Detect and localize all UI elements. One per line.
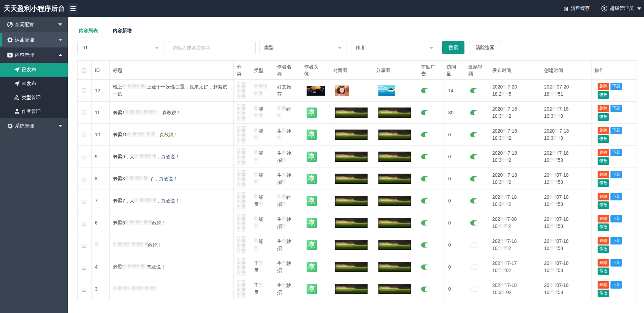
sidebar-item-content-management[interactable]: 内容管理 xyxy=(0,47,68,63)
row-checkbox[interactable] xyxy=(82,287,86,292)
author-select[interactable]: 作者 xyxy=(351,41,438,54)
delete-button[interactable]: 删除 xyxy=(598,215,609,222)
cell-id: 12 xyxy=(92,80,110,102)
reward-video-toggle-on[interactable] xyxy=(470,154,478,159)
cell-type: 能 xyxy=(251,212,274,234)
pre-ad-toggle-on[interactable] xyxy=(421,265,429,270)
delete-button[interactable]: 删除 xyxy=(598,171,609,178)
unpublish-button[interactable]: 下架 xyxy=(610,105,622,112)
sidebar-item-unpublished[interactable]: 未发布 xyxy=(0,77,68,91)
keyword-input[interactable] xyxy=(168,41,255,54)
admin-menu[interactable]: 超级管理员 xyxy=(601,5,641,12)
cover-woman-image xyxy=(335,85,349,96)
delete-button[interactable]: 删除 xyxy=(598,83,609,90)
reward-video-toggle-on[interactable] xyxy=(470,132,478,137)
cubes-icon xyxy=(14,95,20,100)
row-checkbox[interactable] xyxy=(82,133,86,137)
sidebar-item-published[interactable]: 已发布 xyxy=(0,63,68,77)
unpublish-button[interactable]: 下架 xyxy=(610,149,622,156)
tab-content-list[interactable]: 内容列表 xyxy=(72,25,105,38)
pre-ad-toggle-on[interactable] xyxy=(421,220,429,226)
row-checkbox[interactable] xyxy=(82,111,86,115)
row-checkbox[interactable] xyxy=(82,155,86,159)
reward-video-toggle-on[interactable] xyxy=(470,110,478,115)
cell-pre-ad xyxy=(418,168,443,190)
unpublish-button[interactable]: 下架 xyxy=(610,281,622,289)
censored-blur xyxy=(499,246,508,250)
sidebar-item-author-management[interactable]: 作者管理 xyxy=(0,104,68,118)
type-select[interactable]: 类型 xyxy=(259,41,347,54)
edit-button[interactable]: 修改 xyxy=(598,91,609,99)
reward-video-toggle-on[interactable] xyxy=(470,88,478,93)
sidebar-toggle-button[interactable] xyxy=(68,3,78,14)
cell-author-avatar xyxy=(301,278,330,300)
edit-button[interactable]: 修改 xyxy=(598,113,609,121)
delete-button[interactable]: 删除 xyxy=(598,127,609,134)
edit-button[interactable]: 修改 xyxy=(598,246,609,253)
edit-button[interactable]: 修改 xyxy=(598,135,609,143)
pre-ad-toggle-on[interactable] xyxy=(421,132,429,137)
delete-button[interactable]: 删除 xyxy=(598,281,609,289)
pre-ad-toggle-on[interactable] xyxy=(421,198,429,203)
search-button[interactable]: 搜索 xyxy=(442,41,464,54)
sidebar-item-label: 内容管理 xyxy=(15,52,34,58)
reward-video-toggle-on[interactable] xyxy=(470,198,478,203)
delete-button[interactable]: 删除 xyxy=(598,237,609,244)
cell-category xyxy=(234,80,251,102)
unpublish-button[interactable]: 下架 xyxy=(610,259,622,267)
pre-ad-toggle-on[interactable] xyxy=(421,110,429,115)
cell-share-image xyxy=(373,124,418,146)
unpublish-button[interactable]: 下架 xyxy=(610,237,622,244)
row-checkbox[interactable] xyxy=(82,177,86,181)
unpublish-button[interactable]: 下架 xyxy=(610,193,622,200)
unpublish-button[interactable]: 下架 xyxy=(610,215,622,222)
reward-video-toggle-off[interactable] xyxy=(470,287,478,292)
pre-ad-toggle-on[interactable] xyxy=(421,176,429,181)
delete-button[interactable]: 删除 xyxy=(598,259,609,267)
chevron-down-icon xyxy=(429,47,433,49)
row-checkbox[interactable] xyxy=(82,199,86,203)
pre-ad-toggle-on[interactable] xyxy=(421,154,429,159)
cell-id: 11 xyxy=(92,102,110,124)
reward-video-toggle-off[interactable] xyxy=(470,242,478,248)
cell-actions: 删除下架修改 xyxy=(591,102,637,124)
delete-button[interactable]: 删除 xyxy=(598,149,609,156)
cell-actions: 删除下架修改 xyxy=(591,124,637,146)
content-table: ID标题分类类型作者名称作者头像封面图分享图前贴广告访问量激励视频发布时间创建时… xyxy=(77,60,637,300)
censored-blur xyxy=(549,283,557,287)
row-checkbox[interactable] xyxy=(82,243,86,248)
sidebar-item-type-management[interactable]: 类型管理 xyxy=(0,91,68,104)
row-checkbox[interactable] xyxy=(82,89,86,93)
cell-title: 晚上上放个一次性口罩，效果太好，赶紧试一试 xyxy=(110,80,234,102)
unpublish-button[interactable]: 下架 xyxy=(610,83,622,90)
tab-content-add[interactable]: 内容新增 xyxy=(106,25,139,38)
clear-search-button[interactable]: 清除搜索 xyxy=(469,41,501,54)
sidebar-item-system-management[interactable]: 系统管理 xyxy=(0,118,68,134)
pre-ad-toggle-on[interactable] xyxy=(421,242,429,248)
unpublish-button[interactable]: 下架 xyxy=(610,171,622,178)
pre-ad-toggle-on[interactable] xyxy=(421,88,429,93)
reward-video-toggle-off[interactable] xyxy=(470,265,478,270)
select-all-checkbox[interactable] xyxy=(82,68,86,73)
delete-button[interactable]: 删除 xyxy=(598,193,609,200)
row-checkbox[interactable] xyxy=(82,265,86,270)
row-checkbox[interactable] xyxy=(82,221,86,226)
delete-button[interactable]: 删除 xyxy=(598,105,609,112)
author-avatar-night-image xyxy=(307,86,325,96)
edit-button[interactable]: 修改 xyxy=(598,223,609,231)
censored-blur xyxy=(553,136,560,140)
edit-button[interactable]: 修改 xyxy=(598,201,609,209)
unpublish-button[interactable]: 下架 xyxy=(610,127,622,134)
pre-ad-toggle-on[interactable] xyxy=(421,287,429,292)
edit-button[interactable]: 修改 xyxy=(598,157,609,165)
edit-button[interactable]: 修改 xyxy=(598,290,609,297)
column-header-author_avatar: 作者头像 xyxy=(301,61,330,80)
sidebar-item-global-config[interactable]: 全局配置 xyxy=(0,17,68,32)
field-select[interactable]: ID xyxy=(77,41,164,54)
sidebar-item-operations[interactable]: 运营管理 xyxy=(0,32,68,47)
edit-button[interactable]: 修改 xyxy=(598,179,609,187)
reward-video-toggle-on[interactable] xyxy=(470,176,478,181)
edit-button[interactable]: 修改 xyxy=(598,268,609,275)
clear-cache-button[interactable]: 清理缓存 xyxy=(563,5,590,12)
reward-video-toggle-on[interactable] xyxy=(470,220,478,226)
